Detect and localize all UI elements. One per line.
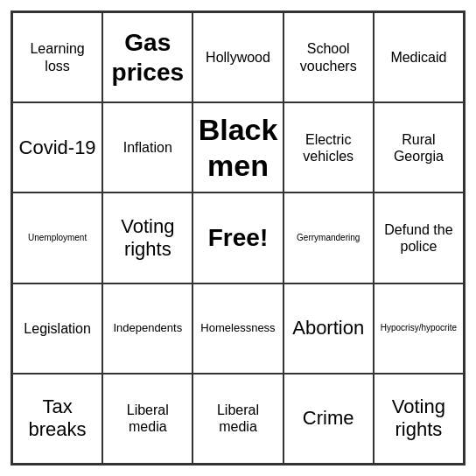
cell-text-21: Liberal media bbox=[107, 402, 188, 435]
bingo-cell-12: Free! bbox=[192, 192, 283, 283]
bingo-cell-5: Covid-19 bbox=[12, 102, 102, 192]
cell-text-20: Tax breaks bbox=[17, 396, 98, 442]
bingo-cell-14: Defund the police bbox=[374, 192, 464, 283]
bingo-cell-20: Tax breaks bbox=[12, 374, 102, 464]
bingo-cell-0: Learning loss bbox=[12, 12, 102, 102]
bingo-cell-3: School vouchers bbox=[284, 12, 374, 102]
cell-text-13: Gerrymandering bbox=[297, 233, 360, 243]
cell-text-4: Medicaid bbox=[390, 49, 446, 66]
cell-text-17: Homelessness bbox=[200, 321, 275, 335]
cell-text-12: Free! bbox=[208, 223, 268, 253]
bingo-cell-11: Voting rights bbox=[102, 192, 192, 283]
cell-text-5: Covid-19 bbox=[19, 136, 96, 159]
cell-text-7: Black men bbox=[197, 112, 278, 184]
cell-text-23: Crime bbox=[303, 407, 354, 430]
bingo-cell-18: Abortion bbox=[284, 284, 374, 374]
bingo-cell-8: Electric vehicles bbox=[284, 102, 374, 192]
cell-text-19: Hypocrisy/hypocrite bbox=[381, 323, 457, 333]
bingo-cell-22: Liberal media bbox=[192, 374, 283, 464]
bingo-cell-2: Hollywood bbox=[192, 12, 283, 102]
bingo-cell-13: Gerrymandering bbox=[284, 192, 374, 283]
bingo-cell-16: Independents bbox=[102, 284, 192, 374]
bingo-cell-6: Inflation bbox=[102, 102, 192, 192]
cell-text-16: Independents bbox=[113, 321, 182, 335]
cell-text-15: Legislation bbox=[24, 320, 91, 337]
bingo-cell-7: Black men bbox=[192, 102, 283, 192]
bingo-card: Learning lossGas pricesHollywoodSchool v… bbox=[10, 10, 466, 466]
cell-text-18: Abortion bbox=[292, 317, 364, 340]
cell-text-9: Rural Georgia bbox=[378, 131, 459, 164]
bingo-cell-17: Homelessness bbox=[192, 284, 283, 374]
cell-text-0: Learning loss bbox=[17, 40, 98, 74]
cell-text-11: Voting rights bbox=[107, 215, 188, 262]
cell-text-1: Gas prices bbox=[107, 28, 188, 87]
cell-text-6: Inflation bbox=[123, 139, 172, 156]
bingo-cell-15: Legislation bbox=[12, 284, 102, 374]
bingo-cell-24: Voting rights bbox=[374, 374, 464, 464]
cell-text-2: Hollywood bbox=[206, 49, 270, 66]
bingo-cell-9: Rural Georgia bbox=[374, 102, 464, 192]
bingo-cell-10: Unemployment bbox=[12, 192, 102, 283]
cell-text-22: Liberal media bbox=[197, 402, 278, 435]
cell-text-24: Voting rights bbox=[378, 396, 459, 442]
bingo-cell-21: Liberal media bbox=[102, 374, 192, 464]
cell-text-10: Unemployment bbox=[28, 233, 87, 243]
cell-text-3: School vouchers bbox=[288, 40, 369, 74]
bingo-cell-4: Medicaid bbox=[374, 12, 464, 102]
bingo-cell-1: Gas prices bbox=[102, 12, 192, 102]
cell-text-8: Electric vehicles bbox=[288, 131, 369, 164]
cell-text-14: Defund the police bbox=[378, 221, 459, 255]
bingo-cell-23: Crime bbox=[284, 374, 374, 464]
bingo-cell-19: Hypocrisy/hypocrite bbox=[374, 284, 464, 374]
